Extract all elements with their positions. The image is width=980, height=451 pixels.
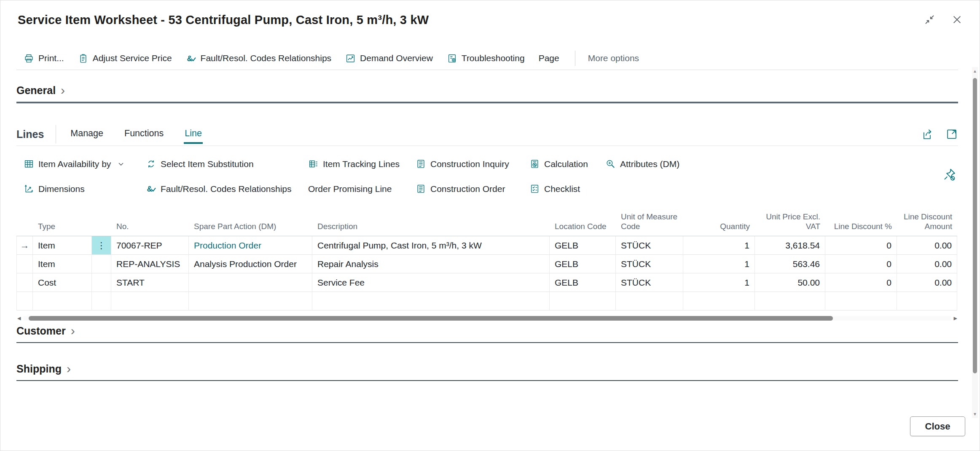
row-options-icon[interactable]: ⋮: [92, 236, 111, 254]
cell-quantity[interactable]: 1: [683, 273, 755, 292]
fault-resol-codes-button[interactable]: & Fault/Resol. Codes Relationships: [186, 53, 332, 64]
cell-line-discount-amount[interactable]: 0.00: [897, 273, 957, 292]
customer-section-label: Customer: [16, 325, 66, 337]
row-options[interactable]: [92, 255, 111, 273]
dimensions-button[interactable]: Dimensions: [24, 184, 146, 194]
cell-line-discount-amount[interactable]: 0.00: [897, 236, 957, 254]
item-tracking-icon: [308, 159, 319, 169]
cell-line-discount-amount[interactable]: 0.00: [897, 255, 957, 273]
cell-unit-price-excl-vat[interactable]: 563.46: [755, 255, 825, 273]
cell-location-code[interactable]: GELB: [550, 236, 616, 254]
header-type[interactable]: Type: [33, 204, 92, 236]
header-no[interactable]: No.: [111, 204, 189, 236]
cell-quantity[interactable]: 1: [683, 255, 755, 273]
page-menu-button[interactable]: Page: [539, 53, 559, 63]
tab-functions[interactable]: Functions: [124, 125, 164, 144]
close-window-icon[interactable]: [951, 14, 963, 25]
cell-unit-price-excl-vat[interactable]: 50.00: [755, 273, 825, 292]
cell-unit-of-measure-code[interactable]: STÜCK: [616, 236, 683, 254]
troubleshooting-button[interactable]: Troubleshooting: [447, 53, 525, 64]
svg-text:&: &: [187, 54, 192, 62]
cell-location-code[interactable]: GELB: [550, 273, 616, 292]
item-tracking-lines-button[interactable]: Item Tracking Lines: [308, 159, 416, 169]
cell-spare-part-action[interactable]: [189, 292, 312, 310]
scroll-down-icon[interactable]: ▼: [972, 412, 978, 416]
checklist-icon: [529, 184, 540, 194]
select-item-substitution-button[interactable]: Select Item Substitution: [146, 159, 308, 169]
attributes-dm-button[interactable]: Attributes (DM): [605, 159, 757, 169]
tab-manage[interactable]: Manage: [70, 125, 104, 144]
item-availability-by-button[interactable]: Item Availability by: [24, 159, 146, 169]
header-line-discount-amount[interactable]: Line Discount Amount: [897, 204, 957, 236]
item-availability-by-label: Item Availability by: [38, 159, 111, 169]
calculation-button[interactable]: Calculation: [529, 159, 605, 169]
header-spare-part-action[interactable]: Spare Part Action (DM): [189, 204, 312, 236]
scroll-left-icon[interactable]: ◀: [17, 316, 21, 321]
customer-section-header[interactable]: Customer ›: [16, 324, 958, 342]
scroll-right-icon[interactable]: ▶: [954, 316, 957, 321]
checklist-button[interactable]: Checklist: [529, 184, 605, 194]
cell-no[interactable]: REP-ANALYSIS: [111, 255, 189, 273]
cell-spare-part-action[interactable]: Analysis Production Order: [189, 255, 312, 273]
scroll-up-icon[interactable]: ▲: [972, 69, 978, 73]
cell-type[interactable]: [33, 292, 92, 310]
cell-line-discount-pct[interactable]: 0: [825, 236, 897, 254]
more-options-button[interactable]: More options: [588, 53, 639, 63]
cell-description[interactable]: Service Fee: [312, 273, 550, 292]
cell-line-discount-pct[interactable]: 0: [825, 255, 897, 273]
cell-unit-of-measure-code[interactable]: STÜCK: [616, 255, 683, 273]
open-in-new-window-icon[interactable]: [945, 128, 958, 140]
header-unit-price-excl-vat[interactable]: Unit Price Excl. VAT: [755, 204, 825, 236]
cell-quantity[interactable]: 1: [683, 236, 755, 254]
cell-location-code[interactable]: [550, 292, 616, 310]
cell-unit-of-measure-code[interactable]: STÜCK: [616, 273, 683, 292]
fault-resol-codes-line-button[interactable]: & Fault/Resol. Codes Relationships: [146, 184, 308, 194]
cell-type[interactable]: Item: [33, 255, 92, 273]
cell-location-code[interactable]: GELB: [550, 255, 616, 273]
close-button[interactable]: Close: [910, 416, 965, 436]
print-button[interactable]: Print...: [24, 53, 64, 64]
cell-spare-part-action[interactable]: [189, 273, 312, 292]
horizontal-scroll-thumb[interactable]: [29, 316, 833, 321]
cell-description[interactable]: Repair Analysis: [312, 255, 550, 273]
cell-line-discount-pct[interactable]: 0: [825, 273, 897, 292]
vertical-scroll-thumb[interactable]: [973, 78, 977, 373]
cell-quantity[interactable]: [683, 292, 755, 310]
cell-unit-price-excl-vat[interactable]: 3,618.54: [755, 236, 825, 254]
share-icon[interactable]: [921, 128, 934, 140]
cell-type[interactable]: Cost: [33, 273, 92, 292]
cell-description[interactable]: Centrifugal Pump, Cast Iron, 5 m³/h, 3 k…: [312, 236, 550, 254]
cell-no[interactable]: [111, 292, 189, 310]
general-section-header[interactable]: General ›: [16, 84, 958, 102]
unpin-icon[interactable]: [942, 167, 956, 181]
construction-inquiry-button[interactable]: Construction Inquiry: [416, 159, 529, 169]
adjust-service-price-label: Adjust Service Price: [93, 53, 172, 63]
cell-no[interactable]: 70067-REP: [111, 236, 189, 254]
cell-unit-price-excl-vat[interactable]: [755, 292, 825, 310]
cell-unit-of-measure-code[interactable]: [616, 292, 683, 310]
cell-line-discount-pct[interactable]: [825, 292, 897, 310]
cell-spare-part-action-link[interactable]: Production Order: [189, 236, 312, 254]
cell-line-discount-amount[interactable]: [897, 292, 957, 310]
header-description[interactable]: Description: [312, 204, 550, 236]
cell-description[interactable]: [312, 292, 550, 310]
construction-order-button[interactable]: Construction Order: [416, 184, 529, 194]
shipping-section-header[interactable]: Shipping ›: [16, 362, 958, 380]
collapse-window-icon[interactable]: [924, 14, 935, 25]
row-options[interactable]: [92, 292, 111, 310]
header-quantity[interactable]: Quantity: [683, 204, 755, 236]
header-location-code[interactable]: Location Code: [550, 204, 616, 236]
tab-line[interactable]: Line: [184, 125, 203, 144]
page-title: Service Item Worksheet - 53 Centrifugal …: [18, 13, 429, 27]
order-promising-line-button[interactable]: Order Promising Line: [308, 184, 416, 194]
horizontal-scrollbar[interactable]: ◀ ▶: [17, 315, 957, 321]
header-line-discount-pct[interactable]: Line Discount %: [825, 204, 897, 236]
horizontal-scroll-track[interactable]: [24, 316, 950, 321]
cell-type[interactable]: Item: [33, 236, 92, 254]
adjust-service-price-button[interactable]: Adjust Service Price: [78, 53, 172, 64]
header-unit-of-measure-code[interactable]: Unit of Measure Code: [616, 204, 683, 236]
row-options[interactable]: [92, 273, 111, 292]
demand-overview-button[interactable]: Demand Overview: [345, 53, 433, 64]
vertical-scrollbar[interactable]: ▲ ▼: [972, 67, 978, 418]
cell-no[interactable]: START: [111, 273, 189, 292]
